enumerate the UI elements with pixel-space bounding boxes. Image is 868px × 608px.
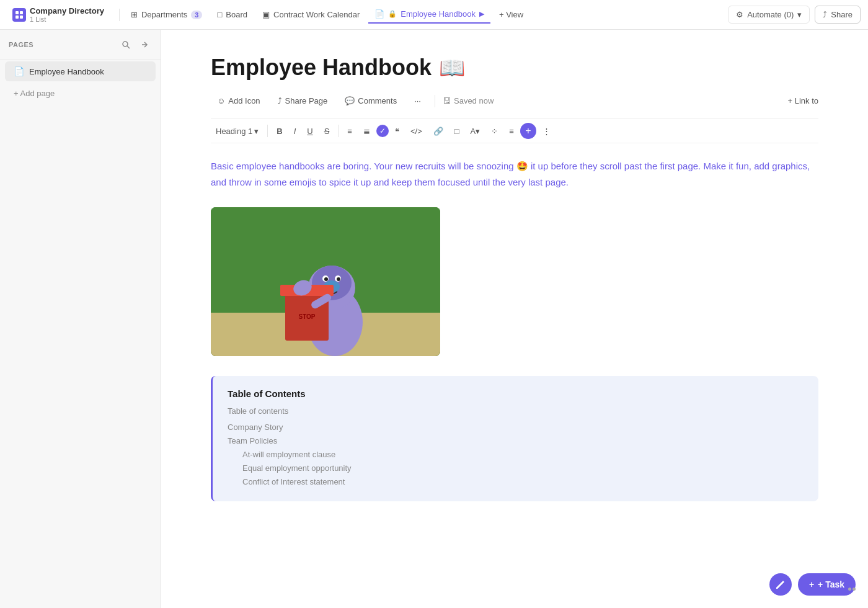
comments-btn[interactable]: 💬 Comments: [339, 93, 403, 109]
svg-point-15: [324, 277, 328, 281]
departments-badge: 3: [191, 11, 202, 19]
toc-conflict-interest[interactable]: Conflict of Interest statement: [228, 475, 804, 489]
bottom-right-actions: + + Task: [769, 573, 856, 596]
tab-board[interactable]: □ Board: [211, 6, 254, 23]
main-layout: PAGES 📄 Employee Handbook + Add page Emp…: [0, 30, 868, 608]
dot-1: [848, 588, 851, 591]
doc-toolbar: ☺ Add Icon ⤴ Share Page 💬 Comments ··· 🖫…: [211, 93, 818, 109]
tab-departments[interactable]: ⊞ Departments 3: [125, 6, 209, 23]
saved-status: 🖫 Saved now: [443, 96, 494, 105]
departments-icon: ⊞: [131, 10, 138, 19]
cartoon-bg: STOP: [211, 207, 440, 356]
toc-at-will[interactable]: At-will employment clause: [228, 448, 804, 462]
toc-equal-employment[interactable]: Equal employment opportunity: [228, 462, 804, 475]
link-btn[interactable]: 🔗: [428, 124, 448, 138]
toc-title: Table of Contents: [228, 388, 804, 399]
heading-label: Heading 1: [216, 127, 252, 136]
svg-rect-1: [20, 11, 23, 14]
dots-btn[interactable]: ⁘: [486, 124, 503, 138]
text-color-btn[interactable]: A▾: [466, 124, 485, 138]
toc-subtitle: Table of contents: [228, 406, 804, 416]
color-block-btn[interactable]: □: [450, 124, 464, 138]
page-title: Employee Handbook 📖: [211, 55, 818, 81]
add-page-btn[interactable]: + Add page: [5, 84, 156, 103]
bullet-list-btn[interactable]: ≡: [342, 124, 357, 138]
doc-body-text: Basic employee handbooks are boring. You…: [211, 158, 818, 190]
svg-rect-3: [20, 16, 23, 19]
top-nav: Company Directory 1 List ⊞ Departments 3…: [0, 0, 868, 30]
cartoon-svg: STOP: [211, 207, 440, 356]
underline-btn[interactable]: U: [302, 124, 317, 138]
handbook-tab-icon: 📄: [374, 9, 384, 19]
logo-icon: [12, 8, 26, 22]
sidebar: PAGES 📄 Employee Handbook + Add page: [0, 30, 161, 608]
code-btn[interactable]: </>: [405, 124, 427, 138]
page-title-emoji: 📖: [439, 55, 465, 80]
tab-board-label: Board: [226, 10, 247, 19]
share-btn[interactable]: ⤴ Share: [815, 6, 861, 24]
heading-selector[interactable]: Heading 1 ▾: [211, 124, 264, 138]
handbook-tab-arrow: ▶: [479, 10, 484, 18]
add-view-label: + View: [499, 10, 523, 19]
toc-company-story[interactable]: Company Story: [228, 421, 804, 434]
add-task-btn[interactable]: + + Task: [798, 573, 856, 596]
share-label: Share: [831, 10, 852, 19]
svg-rect-0: [16, 11, 19, 14]
ai-edit-btn[interactable]: [769, 573, 792, 596]
sidebar-item-handbook[interactable]: 📄 Employee Handbook: [5, 61, 156, 81]
svg-rect-2: [16, 16, 19, 19]
comments-icon: 💬: [345, 96, 355, 105]
quote-btn[interactable]: ❝: [390, 124, 404, 138]
share-page-label: Share Page: [285, 96, 328, 105]
app-sub: 1 List: [30, 16, 104, 23]
task-plus: +: [809, 579, 814, 589]
comments-label: Comments: [358, 96, 397, 105]
app-logo[interactable]: Company Directory 1 List: [7, 4, 109, 25]
page-title-text: Employee Handbook: [211, 55, 432, 81]
more-format-btn[interactable]: ⋮: [538, 124, 556, 138]
saved-icon: 🖫: [443, 96, 451, 105]
toc-block: Table of Contents Table of contents Comp…: [211, 376, 818, 501]
tab-employee-handbook[interactable]: 📄 🔒 Employee Handbook ▶: [368, 6, 490, 24]
lock-icon: 🔒: [388, 10, 397, 18]
automate-label: Automate (0): [747, 10, 794, 19]
format-sep-1: [267, 125, 268, 137]
dots-indicator: [848, 588, 856, 591]
link-to-btn[interactable]: + Link to: [787, 96, 818, 105]
tab-handbook-label: Employee Handbook: [401, 9, 476, 19]
add-icon-btn[interactable]: ☺ Add Icon: [211, 93, 267, 109]
collapse-sidebar-btn[interactable]: [137, 37, 152, 52]
svg-text:STOP: STOP: [298, 313, 315, 320]
svg-point-16: [337, 277, 340, 281]
toolbar-sep-1: [435, 95, 435, 107]
search-icon-btn[interactable]: [118, 37, 133, 52]
share-page-icon: ⤴: [278, 96, 282, 105]
more-btn[interactable]: ···: [408, 93, 427, 109]
format-toolbar: Heading 1 ▾ B I U S ≡ ≣ ✓ ❝ </> 🔗 □ A▾ ⁘…: [211, 118, 818, 143]
share-page-btn[interactable]: ⤴ Share Page: [272, 93, 334, 109]
more-label: ···: [414, 96, 421, 105]
nav-right: ⚙ Automate (0) ▾ ⤴ Share: [728, 6, 861, 24]
add-block-btn[interactable]: +: [520, 123, 536, 139]
add-view-btn[interactable]: + View: [493, 6, 529, 23]
nav-divider-1: [119, 9, 120, 21]
bold-btn[interactable]: B: [272, 124, 287, 138]
automate-btn[interactable]: ⚙ Automate (0) ▾: [728, 6, 810, 24]
automate-chevron: ▾: [797, 10, 802, 19]
italic-btn[interactable]: I: [289, 124, 301, 138]
align-btn[interactable]: ≡: [504, 124, 519, 138]
tab-departments-label: Departments: [141, 10, 187, 19]
calendar-icon: ▣: [262, 10, 270, 19]
doc-image: STOP: [211, 207, 440, 356]
tab-contract-calendar[interactable]: ▣ Contract Work Calendar: [256, 6, 366, 23]
handbook-sidebar-label: Employee Handbook: [29, 67, 104, 76]
tab-contract-label: Contract Work Calendar: [273, 10, 360, 19]
heading-chevron: ▾: [254, 127, 259, 136]
add-icon-emoji: ☺: [217, 96, 225, 105]
handbook-sidebar-icon: 📄: [14, 66, 24, 76]
toc-team-policies[interactable]: Team Policies: [228, 434, 804, 448]
add-icon-label: Add Icon: [228, 96, 260, 105]
numbered-list-btn[interactable]: ≣: [358, 124, 375, 138]
sidebar-header-icons: [118, 37, 152, 52]
strikethrough-btn[interactable]: S: [319, 124, 335, 138]
